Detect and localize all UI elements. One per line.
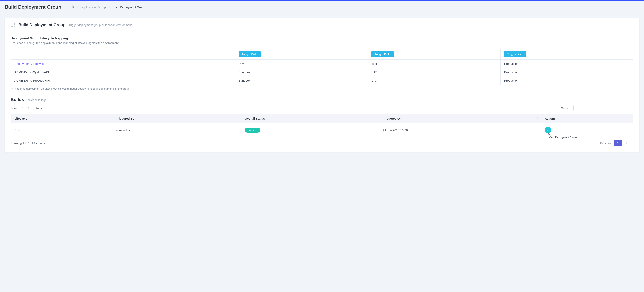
sort-icon: ↑↓ [108, 117, 110, 120]
search-wrap: Search: [561, 105, 634, 111]
show-label-pre: Show [10, 106, 18, 110]
deployment-name: ACME-Demo-System-API [11, 68, 235, 76]
home-icon[interactable] [70, 5, 74, 9]
lifecycle-row: ACME-Demo-System-API Sandbox UAT Product… [11, 68, 634, 76]
col-lifecycle[interactable]: Lifecycle ↑↓ [11, 114, 112, 123]
breadcrumb-current: Build Deployment Group [112, 6, 145, 9]
col-label: Lifecycle [14, 117, 27, 120]
breadcrumb-sep: - [77, 6, 78, 9]
page-header: Build Deployment Group - Deployment Grou… [0, 1, 644, 13]
lifecycle-cell: UAT [368, 68, 500, 76]
cell-lifecycle: Dev [11, 123, 112, 137]
breadcrumb-item[interactable]: Deployment Group [81, 6, 106, 9]
card-header: Build Deployment Group Trigger deploymen… [4, 18, 640, 32]
table-row: Dev acmeadmin Success 21 Jun 2019 16:36 … [11, 123, 634, 137]
cell-triggered-on: 21 Jun 2019 16:36 [379, 123, 541, 137]
grid-dots-icon [10, 23, 15, 27]
lifecycle-table: Trigger Build Trigger Build Trigger Buil… [10, 49, 634, 85]
env-header-test: Test [368, 60, 500, 68]
lifecycle-cell: Sandbox [235, 76, 368, 85]
entries-info: Showing 1 to 1 of 1 entries [10, 142, 45, 145]
col-actions: Actions [541, 114, 633, 123]
page-number-button[interactable]: 1 [614, 140, 622, 146]
main-card: Build Deployment Group Trigger deploymen… [4, 18, 640, 153]
svg-rect-1 [547, 130, 548, 130]
show-entries: Show 10 entries [10, 105, 42, 111]
col-label: Actions [544, 117, 556, 120]
prev-button[interactable]: Previous [597, 140, 614, 146]
col-triggered-on[interactable]: Triggered On ↑↓ [379, 114, 541, 123]
card-subtitle: Trigger deployment group build for an en… [69, 24, 132, 27]
entries-select[interactable]: 10 [20, 105, 32, 111]
table-footer: Showing 1 to 1 of 1 entries Previous 1 N… [10, 137, 634, 146]
lifecycle-header-row: Deployment / Lifecycle Dev Test Producti… [11, 60, 634, 68]
builds-subtitle: Earlier build logs [26, 98, 46, 102]
sort-icon: ↑↓ [537, 117, 538, 120]
lifecycle-header-label[interactable]: Deployment / Lifecycle [11, 60, 235, 68]
env-header-production: Production [500, 60, 633, 68]
view-deployment-status-button[interactable]: View Deployment Status [544, 127, 551, 133]
lifecycle-row: ACME-Demo-Process-API Sandbox UAT Produc… [11, 76, 634, 85]
svg-rect-0 [547, 129, 549, 131]
search-label: Search: [561, 106, 571, 110]
builds-title: Builds [10, 97, 24, 102]
builds-table: Lifecycle ↑↓ Triggered By Overall Status… [10, 114, 634, 137]
col-label: Triggered On [383, 117, 402, 120]
card-icon [546, 129, 549, 132]
lifecycle-footnote: ** Triggering deployment on each lifecyc… [10, 87, 634, 90]
lifecycle-section-desc: Sequence of configured deployments and m… [10, 42, 634, 45]
pagination: Previous 1 Next [597, 140, 634, 146]
trigger-build-button-dev[interactable]: Trigger Build [238, 51, 261, 57]
cell-actions: View Deployment Status [541, 123, 633, 137]
lifecycle-cell: Sandbox [235, 68, 368, 76]
trigger-build-button-production[interactable]: Trigger Build [504, 51, 526, 57]
col-label: Triggered By [116, 117, 134, 120]
cell-triggered-by: acmeadmin [112, 123, 241, 137]
status-badge: Success [245, 128, 260, 133]
col-triggered-by[interactable]: Triggered By [112, 114, 241, 123]
env-header-dev: Dev [235, 60, 368, 68]
lifecycle-cell: Production [500, 68, 633, 76]
header-divider [66, 5, 66, 10]
cell-status: Success [241, 123, 379, 137]
next-button[interactable]: Next [622, 140, 634, 146]
search-input[interactable] [573, 105, 634, 111]
builds-header: Builds Earlier build logs [10, 97, 634, 102]
deployment-name: ACME-Demo-Process-API [11, 76, 235, 85]
tooltip: View Deployment Status [547, 135, 579, 140]
breadcrumb: - Deployment Group - Build Deployment Gr… [70, 5, 145, 9]
col-overall-status[interactable]: Overall Status [241, 114, 379, 123]
show-label-post: entries [33, 106, 42, 110]
trigger-row: Trigger Build Trigger Build Trigger Buil… [11, 49, 634, 60]
lifecycle-cell: Production [500, 76, 633, 85]
page-title: Build Deployment Group [5, 4, 62, 10]
col-label: Overall Status [245, 117, 265, 120]
card-title: Build Deployment Group [18, 23, 66, 27]
lifecycle-cell: UAT [368, 76, 500, 85]
trigger-build-button-test[interactable]: Trigger Build [371, 51, 394, 57]
table-controls: Show 10 entries Search: [10, 105, 634, 111]
lifecycle-section-title: Deployment Group Lifecycle Mapping [10, 37, 634, 40]
breadcrumb-sep: - [109, 6, 110, 9]
